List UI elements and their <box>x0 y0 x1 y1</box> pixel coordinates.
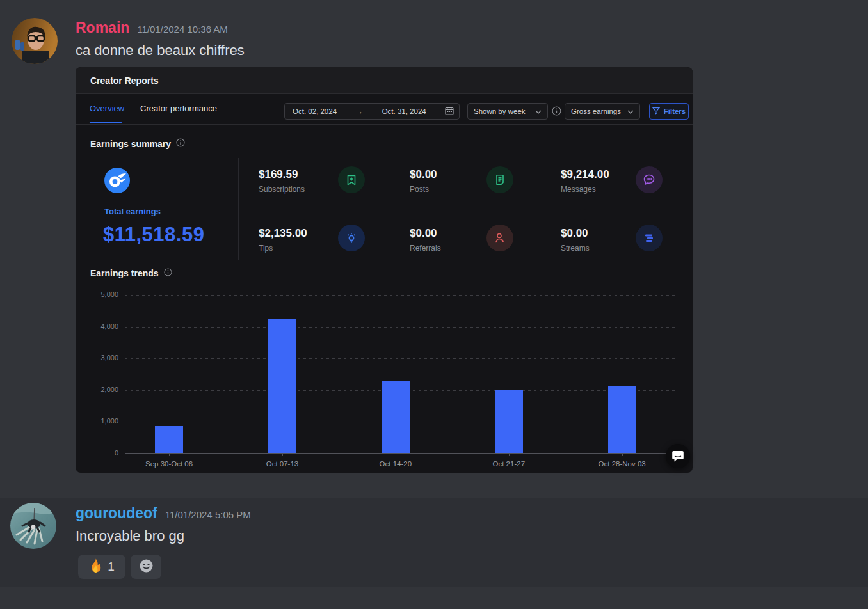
stat-label-messages: Messages <box>561 185 596 194</box>
fansly-logo <box>104 168 130 193</box>
bar-Oct 28-Nov 03[interactable] <box>608 386 636 453</box>
discord-chat-view: Romain 11/01/2024 10:36 AM ca donne de b… <box>0 0 868 609</box>
calendar-icon <box>445 106 454 116</box>
divider <box>76 124 693 125</box>
x-axis-label: Oct 28-Nov 03 <box>568 460 677 468</box>
message-text: Incroyable bro gg <box>76 528 184 544</box>
avatar[interactable] <box>12 18 58 64</box>
x-axis-tick <box>509 454 510 456</box>
stat-value-messages: $9,214.00 <box>561 168 609 181</box>
tab-overview[interactable]: Overview <box>90 104 124 113</box>
message-text: ca donne de beaux chiffres <box>76 42 245 59</box>
x-axis-line <box>125 453 677 454</box>
total-earnings-label: Total earnings <box>104 207 161 216</box>
total-earnings-value: $11,518.59 <box>103 223 204 246</box>
gridline <box>125 327 677 328</box>
message-author[interactable]: gouroudeof <box>76 505 157 522</box>
chevron-down-icon <box>627 107 634 115</box>
y-axis-tick-label: 2,000 <box>85 386 118 393</box>
y-axis-tick-label: 3,000 <box>85 354 118 361</box>
reaction-fire[interactable]: 1 <box>78 555 125 579</box>
message-timestamp: 11/01/2024 10:36 AM <box>137 24 228 35</box>
chat-widget-icon <box>671 449 685 463</box>
x-axis-tick <box>282 454 283 456</box>
avatar[interactable] <box>10 503 56 549</box>
active-tab-underline <box>90 122 122 123</box>
add-reaction-icon <box>139 558 154 576</box>
avatar-photo <box>10 503 56 549</box>
stat-value-referrals: $0.00 <box>410 227 437 240</box>
bar-Oct 14-20[interactable] <box>382 381 410 453</box>
x-axis-tick <box>169 454 170 456</box>
tab-creator-performance[interactable]: Creator performance <box>140 104 217 113</box>
filter-icon <box>652 107 660 116</box>
y-axis-tick-label: 0 <box>85 449 118 457</box>
y-axis-tick-label: 1,000 <box>85 417 118 425</box>
x-axis-tick <box>396 454 396 456</box>
date-end: Oct. 31, 2024 <box>382 107 426 115</box>
earnings-type-select[interactable]: Gross earnings <box>565 103 640 120</box>
info-icon[interactable] <box>552 106 561 116</box>
message-author[interactable]: Romain <box>76 19 129 36</box>
earnings-trends-label: Earnings trends <box>90 268 159 278</box>
report-header: Creator Reports <box>76 67 693 94</box>
shown-by-value: Shown by week <box>474 107 526 115</box>
avatar-photo <box>12 18 58 64</box>
info-icon[interactable] <box>164 268 172 278</box>
filters-button[interactable]: Filters <box>649 103 689 120</box>
x-axis-label: Oct 21-27 <box>454 460 563 468</box>
reaction-count: 1 <box>108 560 115 574</box>
stat-label-subscriptions: Subscriptions <box>259 185 305 194</box>
stat-label-streams: Streams <box>561 244 590 253</box>
bar-Oct 07-13[interactable] <box>268 319 296 453</box>
bookmark-plus-icon <box>338 166 365 193</box>
person-star-icon <box>486 225 513 251</box>
message-header: gouroudeof 11/01/2024 5:05 PM <box>76 505 251 522</box>
chevron-down-icon <box>535 107 542 115</box>
stat-value-subscriptions: $169.59 <box>259 168 298 181</box>
bar-Sep 30-Oct 06[interactable] <box>155 426 183 453</box>
earnings-type-value: Gross earnings <box>571 107 621 115</box>
stat-label-referrals: Referrals <box>410 244 441 253</box>
divider <box>238 158 239 260</box>
divider <box>536 158 536 260</box>
y-axis-tick-label: 5,000 <box>85 290 118 298</box>
x-axis-label: Oct 14-20 <box>341 460 450 468</box>
shown-by-select[interactable]: Shown by week <box>467 103 548 120</box>
arrow-right-icon: → <box>355 107 363 116</box>
x-axis-label: Oct 07-13 <box>228 460 337 468</box>
message-timestamp: 11/01/2024 5:05 PM <box>165 509 251 520</box>
y-axis-tick-label: 4,000 <box>85 322 118 330</box>
add-reaction-button[interactable] <box>131 555 161 579</box>
divider <box>387 158 387 260</box>
chat-dots-icon <box>636 166 663 193</box>
stat-value-tips: $2,135.00 <box>259 227 307 240</box>
stream-bars-icon <box>636 225 663 251</box>
bar-Oct 21-27[interactable] <box>495 390 523 453</box>
trends-bar-chart: 01,0002,0003,0004,0005,000Sep 30-Oct 06O… <box>125 295 677 454</box>
stat-label-posts: Posts <box>410 185 429 194</box>
filters-label: Filters <box>664 107 686 115</box>
report-title: Creator Reports <box>90 67 159 94</box>
x-axis-tick <box>622 454 623 456</box>
fire-emoji <box>89 558 102 576</box>
stat-label-tips: Tips <box>259 244 273 253</box>
stat-value-streams: $0.00 <box>561 227 588 240</box>
date-range-picker[interactable]: Oct. 02, 2024 → Oct. 31, 2024 <box>284 103 460 120</box>
reactions-bar: 1 <box>78 555 161 579</box>
gridline <box>125 358 677 359</box>
message-header: Romain 11/01/2024 10:36 AM <box>76 19 228 36</box>
gridline <box>125 295 677 296</box>
info-icon[interactable] <box>176 138 185 149</box>
x-axis-label: Sep 30-Oct 06 <box>115 460 223 468</box>
earnings-trends-heading: Earnings trends <box>90 268 172 278</box>
document-icon <box>486 166 513 193</box>
earnings-summary-heading: Earnings summary <box>90 138 185 149</box>
report-embed-image[interactable]: Creator Reports Overview Creator perform… <box>76 67 693 473</box>
earnings-summary-label: Earnings summary <box>90 139 171 149</box>
chat-widget-button[interactable] <box>666 444 690 468</box>
lightbulb-icon <box>338 225 365 251</box>
date-start: Oct. 02, 2024 <box>293 107 337 115</box>
stat-value-posts: $0.00 <box>410 168 437 181</box>
